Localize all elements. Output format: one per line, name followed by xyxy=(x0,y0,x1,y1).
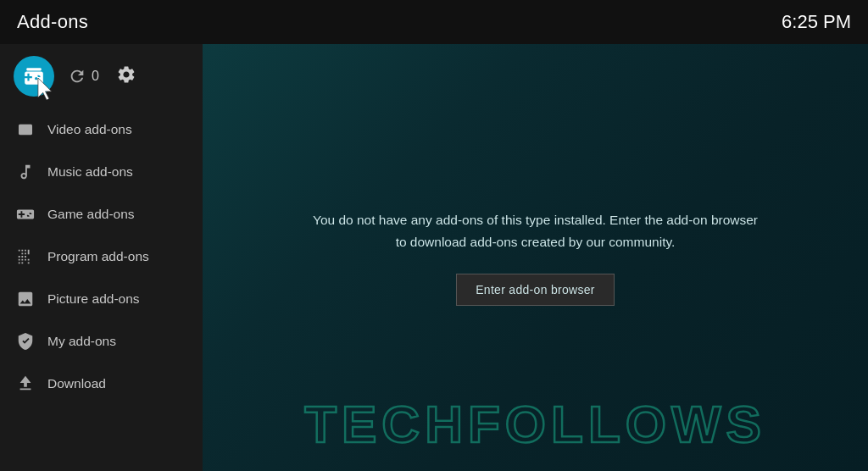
svg-rect-0 xyxy=(26,68,41,70)
box-icon xyxy=(23,65,45,87)
no-addons-message: You do not have any add-ons of this type… xyxy=(290,209,782,252)
sidebar-item-my-addons[interactable]: My add-ons xyxy=(0,320,203,363)
addon-box-button[interactable] xyxy=(14,56,54,97)
techfollows-watermark: TECHFOLLOWS xyxy=(304,394,766,454)
enter-addon-browser-button[interactable]: Enter add-on browser xyxy=(456,274,615,306)
content-area: You do not have any add-ons of this type… xyxy=(203,44,868,471)
sidebar-top-bar: 0 xyxy=(0,44,203,108)
sidebar-item-music-addons-label: Music add-ons xyxy=(47,164,133,180)
sidebar-item-video-addons-label: Video add-ons xyxy=(47,122,132,137)
my-addons-icon xyxy=(15,331,36,352)
sidebar-item-download[interactable]: Download xyxy=(0,363,203,405)
music-icon xyxy=(15,162,36,182)
sidebar-item-game-addons-label: Game add-ons xyxy=(47,207,135,222)
settings-button[interactable] xyxy=(116,64,136,88)
sidebar-item-my-addons-label: My add-ons xyxy=(47,334,116,349)
refresh-icon xyxy=(68,67,86,86)
sidebar-item-picture-addons-label: Picture add-ons xyxy=(47,291,140,307)
page-title: Add-ons xyxy=(17,11,88,33)
sidebar-item-program-addons-label: Program add-ons xyxy=(47,249,149,264)
sidebar-nav: Video add-ons Music add-ons Game add-ons xyxy=(0,108,203,471)
picture-icon xyxy=(15,289,36,309)
sidebar-item-video-addons[interactable]: Video add-ons xyxy=(0,108,203,151)
sidebar-item-picture-addons[interactable]: Picture add-ons xyxy=(0,278,203,320)
sidebar-item-game-addons[interactable]: Game add-ons xyxy=(0,193,203,236)
settings-icon xyxy=(116,64,136,85)
sidebar-item-music-addons[interactable]: Music add-ons xyxy=(0,151,203,193)
refresh-button[interactable]: 0 xyxy=(68,67,99,86)
sidebar-item-program-addons[interactable]: Program add-ons xyxy=(0,236,203,278)
sidebar: 0 Video add-ons xyxy=(0,44,203,471)
game-icon xyxy=(15,204,36,224)
download-icon xyxy=(15,374,36,394)
clock-display: 6:25 PM xyxy=(782,11,851,33)
main-layout: 0 Video add-ons xyxy=(0,44,868,471)
video-icon xyxy=(15,119,36,140)
sidebar-item-download-label: Download xyxy=(47,376,106,391)
app-header: Add-ons 6:25 PM xyxy=(0,0,868,44)
program-icon xyxy=(15,247,36,267)
refresh-count: 0 xyxy=(92,69,99,84)
